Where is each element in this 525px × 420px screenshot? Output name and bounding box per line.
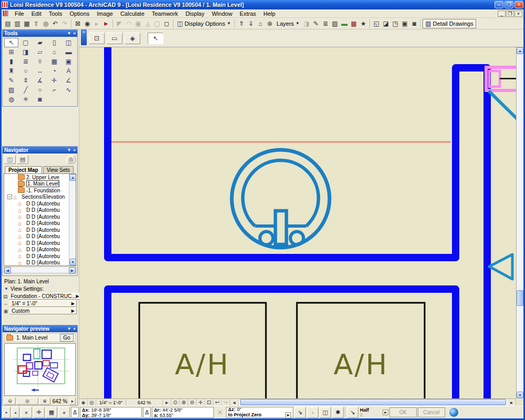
- plane-snap-button[interactable]: +: [307, 407, 318, 418]
- scroll-down-icon[interactable]: ▼: [517, 392, 523, 398]
- collapse-arrow-icon[interactable]: ▼: [4, 286, 8, 291]
- menu-display[interactable]: Display: [182, 10, 208, 17]
- zoom-out-button[interactable]: ⊖: [188, 399, 197, 406]
- tree-item-sections[interactable]: − ⌂ Sections/Elevation: [4, 194, 76, 201]
- half-distance-icon[interactable]: ↘: [347, 407, 358, 418]
- story-down-icon[interactable]: ⇓: [246, 19, 255, 28]
- tree-horizontal-scrollbar[interactable]: ◀ ▶: [4, 267, 76, 273]
- tree-item-elevation[interactable]: ⌂ D D (Autorebu: [4, 227, 76, 233]
- circle-tool[interactable]: ○: [33, 85, 47, 95]
- palette-menu-icon[interactable]: ▼: [67, 31, 71, 36]
- line-tool[interactable]: ╱: [18, 85, 33, 95]
- radial-dimension-tool[interactable]: ◔: [47, 66, 61, 76]
- horizontal-scrollbar[interactable]: [239, 399, 508, 406]
- display-options-button[interactable]: ◫ Display Options ▼: [175, 19, 233, 28]
- column-tool[interactable]: ▯: [47, 38, 61, 47]
- restore-button[interactable]: ❐: [505, 1, 513, 8]
- skylight-tool[interactable]: ◨: [18, 47, 33, 57]
- camera-tool[interactable]: ◙: [33, 95, 47, 104]
- detail-drawings-button[interactable]: ▨ Detail Drawings: [423, 19, 476, 28]
- find-view-button[interactable]: ◎: [66, 155, 76, 164]
- dynamic-zoom-button[interactable]: ⊙: [171, 399, 180, 406]
- fillet-icon[interactable]: ◠: [124, 19, 133, 28]
- tree-item-elevation[interactable]: ⌂ D D (Autorebu: [4, 213, 76, 220]
- story-settings-icon[interactable]: ⌂: [255, 19, 265, 28]
- marquee-tool[interactable]: ▢: [18, 38, 33, 47]
- tab-project-map[interactable]: Project Map: [5, 166, 42, 173]
- roof-tool[interactable]: ⌂: [47, 47, 61, 57]
- line-type-icon[interactable]: ≣: [321, 19, 330, 28]
- dimension-tool[interactable]: ↔: [33, 66, 47, 76]
- selection-frame-icon[interactable]: ◻: [162, 19, 171, 28]
- cancel-input-button[interactable]: ×: [20, 407, 32, 418]
- geometry-method-button[interactable]: ▭: [107, 33, 122, 44]
- cancel-button[interactable]: Cancel: [418, 407, 445, 417]
- object-tool[interactable]: ♜: [4, 66, 18, 76]
- tree-item-elevation[interactable]: ⌂ D D (Autorebu: [4, 200, 76, 207]
- layers-button[interactable]: Layers ▼: [274, 19, 302, 28]
- preview-zoom-in-button[interactable]: ⊕: [39, 397, 50, 405]
- text-tool[interactable]: A: [61, 66, 76, 76]
- scroll-up-icon[interactable]: ▲: [69, 174, 76, 181]
- tree-item-upper-level[interactable]: 2. Upper Leve: [4, 174, 76, 181]
- fit-button[interactable]: ⊡: [205, 399, 213, 406]
- spline-tool[interactable]: ∿: [61, 85, 76, 95]
- close-button[interactable]: ×: [514, 1, 523, 8]
- eraser-button[interactable]: ◈: [125, 33, 140, 44]
- reference-flyout-icon[interactable]: ▸: [285, 412, 291, 418]
- stair-tool[interactable]: ≣: [18, 57, 33, 66]
- tracking-button[interactable]: ✛: [33, 407, 45, 418]
- menu-edit[interactable]: Edit: [28, 10, 45, 17]
- label-tool[interactable]: ✎: [4, 76, 18, 85]
- marker-icon[interactable]: ►: [101, 19, 111, 28]
- preview-thumbnail[interactable]: [4, 343, 76, 396]
- document-icon[interactable]: [3, 11, 8, 16]
- tree-item-elevation[interactable]: ⌂ D D (Autorebu: [4, 247, 76, 253]
- scale-display[interactable]: 1/4" = 1'-0": [96, 399, 126, 406]
- preview-expand-button[interactable]: ▸: [69, 397, 76, 405]
- menu-options[interactable]: Options: [66, 10, 93, 17]
- beam-tool[interactable]: ▬: [61, 47, 76, 57]
- lamp-tool[interactable]: ○: [18, 66, 33, 76]
- fill-tool[interactable]: ▨: [4, 85, 18, 95]
- zone-tool[interactable]: ▣: [61, 57, 76, 66]
- dock-button-1[interactable]: ▸: [3, 407, 11, 418]
- camera-vr-tool[interactable]: ◍: [4, 95, 18, 104]
- child-restore-button[interactable]: ❐: [506, 11, 514, 17]
- dock-button-2[interactable]: ▴: [12, 407, 19, 418]
- angle-tool[interactable]: ∠: [61, 76, 76, 85]
- palette-close-icon[interactable]: ×: [73, 148, 76, 152]
- relative-origin-button[interactable]: +: [58, 407, 70, 418]
- tools-palette-titlebar[interactable]: Tools ▼ ×: [3, 30, 77, 37]
- preview-zoom-out-button[interactable]: ⊖: [4, 397, 16, 405]
- floor-plan-canvas[interactable]: A/H A/H: [79, 47, 516, 398]
- window-tool[interactable]: ⊞: [4, 47, 18, 57]
- titlebar[interactable]: Loisi Residence V9 100504 - ArchiCAD 9 -…: [0, 0, 525, 9]
- mesh-tool[interactable]: ▦: [47, 57, 61, 66]
- vertical-scroll-thumb[interactable]: [517, 290, 523, 306]
- tree-item-elevation[interactable]: ⌂ D D (Autorebu: [4, 220, 76, 227]
- tree-item-elevation[interactable]: ⌂ D D (Autorebu: [4, 240, 76, 247]
- tree-item-foundation[interactable]: -1. Foundation: [4, 187, 76, 194]
- publisher-icon[interactable]: ⇧: [32, 19, 41, 28]
- composite-icon[interactable]: ▩: [349, 19, 358, 28]
- palette-close-icon[interactable]: ×: [83, 29, 85, 35]
- undo-icon[interactable]: ↶: [50, 19, 60, 28]
- next-zoom-button[interactable]: ↪: [222, 399, 230, 406]
- scroll-down-icon[interactable]: ▼: [69, 259, 76, 265]
- scale-button[interactable]: 1/4" = 1'-0" ▶: [9, 300, 77, 307]
- scroll-left-icon[interactable]: ◀: [4, 267, 11, 274]
- pen-color-icon[interactable]: ✎: [311, 19, 321, 28]
- tree-item-elevation[interactable]: ⌂ D D (Autorebu: [4, 253, 76, 260]
- scroll-right-icon[interactable]: ▶: [69, 267, 76, 274]
- door-tool[interactable]: ◫: [61, 38, 76, 47]
- xy-coordinate-box[interactable]: Δx:19'-8 3/8" Δy:39'-7 1/8": [80, 407, 142, 418]
- fit-in-window-icon[interactable]: ⊠: [73, 19, 83, 28]
- preview-fit-button[interactable]: ◎: [16, 397, 38, 405]
- pet-palette-button[interactable]: ◫: [320, 407, 331, 418]
- wall-tool[interactable]: ▰: [33, 38, 47, 47]
- menu-image[interactable]: Image: [93, 10, 117, 17]
- story-up-icon[interactable]: ⇑: [236, 19, 246, 28]
- menu-teamwork[interactable]: Teamwork: [148, 10, 182, 17]
- child-close-button[interactable]: ×: [514, 11, 522, 17]
